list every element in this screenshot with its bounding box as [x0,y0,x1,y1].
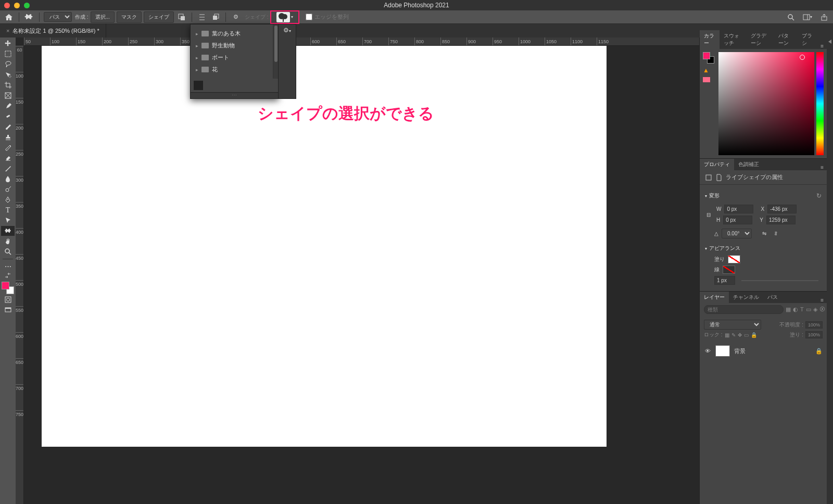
filter-adjust-icon[interactable]: ◐ [793,306,798,313]
zoom-tool[interactable] [1,247,15,257]
filter-toggle-icon[interactable]: ⦿ [819,306,825,313]
gamut-swatch[interactable] [703,77,710,82]
maximize-window-icon[interactable] [24,3,30,8]
lock-paint-icon[interactable]: ✎ [731,332,736,338]
visibility-icon[interactable]: 👁 [704,348,711,354]
home-button[interactable] [3,12,15,22]
lock-trans-icon[interactable]: ▦ [725,332,729,338]
lock-all-icon[interactable]: 🔒 [751,332,757,338]
link-wh-icon[interactable]: ⊟ [705,212,712,218]
quick-mask-icon[interactable] [1,295,15,305]
stroke-slider[interactable] [741,280,818,281]
dodge-tool[interactable] [1,184,15,194]
ruler-vertical[interactable]: 6010015020025030035040045050055060065070… [16,46,24,504]
dropdown-resize-handle[interactable]: ⋯ [191,92,278,98]
path-operations-icon[interactable] [176,12,187,22]
flip-v-icon[interactable]: ⥯ [774,231,778,236]
height-input[interactable] [723,216,752,224]
crop-tool[interactable] [1,80,15,90]
fgbg-colors[interactable] [2,282,14,294]
healing-tool[interactable] [1,111,15,121]
filter-type-icon[interactable]: T [800,306,804,313]
layer-thumbnail[interactable] [715,345,730,357]
ruler-horizontal[interactable]: 5010015020025030035040045050055060065070… [24,37,699,46]
angle-input[interactable]: 0.00° [722,229,752,238]
make-selection-button[interactable]: 選択... [91,11,115,23]
shape-picker[interactable]: ▾ [270,10,299,24]
shape-folder-item[interactable]: ▸葉のある木 [191,28,273,40]
reset-icon[interactable]: ↻ [816,192,822,199]
collapse-icon[interactable] [828,40,831,44]
path-arrange-icon[interactable] [210,12,221,22]
transform-section[interactable]: 変形 [709,192,720,199]
gear-icon[interactable]: ⚙ [230,12,242,22]
brush-tool[interactable] [1,122,15,132]
stroke-swatch[interactable] [723,266,735,274]
custom-shape-tool[interactable] [1,226,15,236]
tool-preset-icon[interactable] [23,12,35,22]
align-edges-checkbox[interactable]: エッジを整列 [306,13,349,21]
hand-tool[interactable] [1,236,15,246]
stamp-tool[interactable] [1,132,15,142]
layer-row[interactable]: 👁 背景 🔒 [700,343,827,359]
blur-tool[interactable] [1,174,15,184]
swap-colors-icon[interactable] [1,272,15,279]
type-tool[interactable]: T [1,205,15,215]
color-picker[interactable] [718,52,814,155]
tab-swatches[interactable]: スウォッチ [720,30,747,49]
dropdown-scrollbar[interactable] [273,24,278,79]
gradient-tool[interactable] [1,163,15,173]
search-icon[interactable] [785,12,797,22]
filter-smart-icon[interactable]: ◈ [813,306,817,313]
mode-select[interactable]: パス [44,12,72,22]
eyedropper-tool[interactable] [1,101,15,111]
mask-button[interactable]: マスク [117,11,142,23]
stroke-width-input[interactable] [714,276,735,285]
shape-folder-item[interactable]: ▸花 [191,64,273,75]
lock-icon[interactable]: 🔒 [815,348,823,355]
workspace-icon[interactable]: ▾ [802,12,813,22]
blend-mode-select[interactable]: 通常 [704,320,761,330]
gamut-warning-icon[interactable]: ▲ [703,67,716,74]
minimize-window-icon[interactable] [14,3,20,8]
tab-patterns[interactable]: パターン [774,30,798,49]
shape-button[interactable]: シェイプ [144,11,174,23]
move-tool[interactable] [1,39,15,48]
fill-opacity-value[interactable]: 100% [805,331,823,338]
color-fgbg[interactable] [703,52,714,64]
x-input[interactable] [767,205,797,213]
panel-menu-icon[interactable]: ≡ [817,165,827,170]
layer-filter-input[interactable] [704,305,784,314]
share-icon[interactable] [818,12,830,22]
path-select-tool[interactable] [1,216,15,225]
quick-select-tool[interactable] [1,70,15,80]
appearance-section[interactable]: アピアランス [709,245,740,252]
close-tab-icon[interactable]: × [6,28,9,34]
close-window-icon[interactable] [4,3,10,8]
hue-slider[interactable] [816,52,824,155]
tab-adjustments[interactable]: 色調補正 [734,159,763,170]
edit-toolbar-icon[interactable]: ⋯ [1,261,15,271]
filter-pixel-icon[interactable]: ▦ [786,306,791,313]
fill-swatch[interactable] [728,255,740,263]
tab-properties[interactable]: プロパティ [700,159,734,170]
history-brush-tool[interactable] [1,143,15,153]
frame-tool[interactable] [1,91,15,100]
dropdown-gear-icon[interactable]: ⚙▾ [283,27,291,34]
document-tab[interactable]: × 名称未設定 1 @ 250% (RGB/8#) * [0,24,106,37]
pen-tool[interactable] [1,195,15,205]
width-input[interactable] [724,205,753,213]
document-canvas[interactable]: シェイプの選択ができる [42,46,607,447]
tab-paths[interactable]: パス [763,292,782,303]
panel-menu-icon[interactable]: ≡ [817,297,827,303]
y-input[interactable] [766,216,796,224]
lasso-tool[interactable] [1,59,15,69]
filter-shape-icon[interactable]: ▭ [806,306,811,313]
flip-h-icon[interactable]: ⇋ [762,231,766,236]
screen-mode-icon[interactable] [1,305,15,315]
opacity-value[interactable]: 100% [805,321,823,329]
layer-name[interactable]: 背景 [734,347,746,355]
tab-brushes[interactable]: ブラシ [798,30,817,49]
lock-pos-icon[interactable]: ✥ [738,332,742,338]
shape-folder-item[interactable]: ▸野生動物 [191,40,273,52]
